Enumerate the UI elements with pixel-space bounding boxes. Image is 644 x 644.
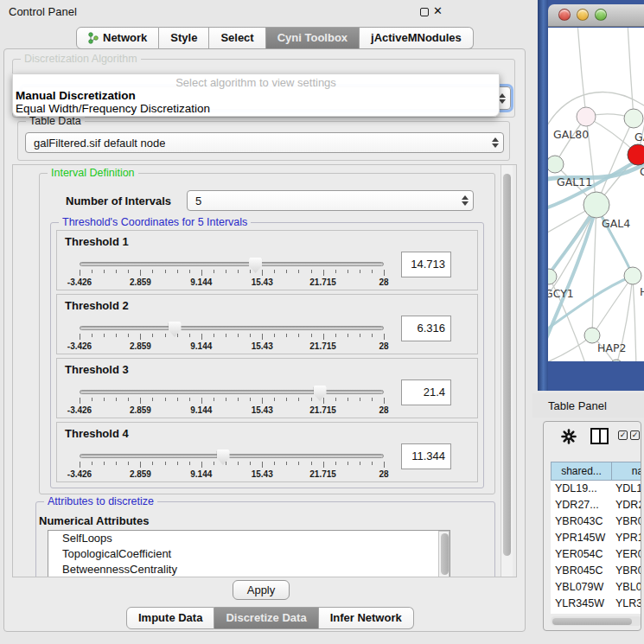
numerical-attributes-list[interactable]: SelfLoopsTopologicalCoefficientBetweenne… <box>48 530 450 577</box>
dropdown-option-equal-width-frequency-discretization[interactable]: Equal Width/Frequency Discretization <box>13 102 499 115</box>
network-node-gal11[interactable] <box>548 156 564 173</box>
settings-scrollbar-thumb[interactable] <box>503 174 511 556</box>
tick-mark <box>360 270 360 273</box>
tick-mark <box>360 334 360 337</box>
tab-select[interactable]: Select <box>209 27 265 49</box>
table-row[interactable]: YDR27...YDR2 <box>551 497 641 513</box>
node-label: GCY1 <box>548 287 574 300</box>
threshold-slider[interactable] <box>80 262 384 266</box>
tick-label: 21.715 <box>309 277 336 287</box>
numerical-attributes-label: Numerical Attributes <box>39 514 149 527</box>
threshold-value-field[interactable]: 11.344 <box>401 443 451 469</box>
threshold-value-field[interactable]: 6.316 <box>401 316 451 341</box>
split-columns-icon[interactable] <box>590 428 609 444</box>
list-item[interactable]: SelfLoops <box>48 531 450 546</box>
tab-style[interactable]: Style <box>159 27 209 49</box>
settings-scroll-area: Interval Definition Number of Intervals … <box>12 164 517 577</box>
tab-impute-data[interactable]: Impute Data <box>126 607 214 629</box>
close-icon[interactable]: ✕ <box>433 4 443 17</box>
network-window-titlebar[interactable] <box>548 4 644 27</box>
tab-jactivemnodules[interactable]: jActiveMNodules <box>360 27 474 49</box>
tick-mark <box>348 334 348 337</box>
tab-label: Cyni Toolbox <box>277 28 348 48</box>
column-header-shared-[interactable]: shared... <box>551 462 611 481</box>
table-row[interactable]: YDL19...YDL1 <box>551 481 641 497</box>
threshold-slider[interactable] <box>80 390 384 394</box>
traffic-light-zoom-icon[interactable] <box>595 9 607 21</box>
table-cell: YDR2 <box>611 497 641 513</box>
checkbox-checked-icon[interactable]: ✓ <box>630 430 640 440</box>
list-scrollbar[interactable] <box>438 531 450 577</box>
tick-mark <box>116 270 117 273</box>
list-scrollbar-thumb[interactable] <box>441 533 449 575</box>
threshold-slider[interactable] <box>80 326 384 330</box>
table-row[interactable]: YPR145WYPR1 <box>551 530 641 546</box>
table-row[interactable]: YER054CYER0 <box>551 546 641 563</box>
table-row[interactable]: YBR043CYBR0 <box>551 513 641 530</box>
traffic-light-minimize-icon[interactable] <box>577 9 589 21</box>
table-cell: YPR145W <box>551 530 611 546</box>
column-header-na[interactable]: na <box>611 462 641 481</box>
tab-cyni-toolbox[interactable]: Cyni Toolbox <box>266 27 360 49</box>
node-label: GAL4 <box>602 217 630 230</box>
tick-mark <box>372 334 373 337</box>
tick-mark <box>226 398 226 401</box>
tab-discretize-data[interactable]: Discretize Data <box>214 607 318 629</box>
dropdown-options: Manual DiscretizationEqual Width/Frequen… <box>13 89 499 115</box>
tick-label: 21.715 <box>309 341 336 351</box>
apply-button[interactable]: Apply <box>233 580 290 600</box>
threshold-panel: Threshold 4-3.4262.8599.14415.4321.71528… <box>56 422 478 482</box>
gear-icon[interactable] <box>561 429 577 444</box>
tick-mark <box>384 462 385 468</box>
list-item[interactable]: TopologicalCoefficient <box>48 546 450 562</box>
threshold-slider[interactable] <box>80 454 384 458</box>
tick-mark <box>360 462 360 465</box>
tick-mark <box>274 398 275 401</box>
list-item[interactable]: BetweennessCentrality <box>48 562 450 577</box>
table-row[interactable]: YBR045CYBR0 <box>551 563 641 579</box>
network-node-node[interactable] <box>624 267 641 284</box>
network-node-gal80[interactable] <box>577 107 596 126</box>
tick-mark <box>92 398 92 401</box>
network-edge <box>577 28 586 117</box>
tab-network[interactable]: Network <box>76 27 159 49</box>
settings-scrollbar[interactable] <box>501 165 513 577</box>
table-hscrollbar-thumb[interactable] <box>552 618 632 625</box>
table-row[interactable]: YIL052CYIL0 <box>551 612 641 614</box>
number-of-intervals-label: Number of Intervals <box>66 194 171 207</box>
tick-mark <box>177 398 178 401</box>
network-node-gcy1[interactable] <box>548 269 557 284</box>
table-horizontal-scrollbar[interactable] <box>551 616 641 626</box>
threshold-value-field[interactable]: 21.4 <box>401 379 451 405</box>
table-data-selected-value: galFiltered.sif default node <box>34 137 165 150</box>
threshold-value-field[interactable]: 14.713 <box>401 252 451 277</box>
tick-mark <box>177 334 178 337</box>
network-node-node[interactable] <box>624 109 643 128</box>
table-row[interactable]: YLR345WYLR3 <box>551 596 641 612</box>
float-window-icon[interactable] <box>420 8 429 16</box>
tick-label: -3.426 <box>67 277 92 287</box>
table-panel-bar: Table Panel <box>532 393 644 418</box>
network-view[interactable]: GAL80GACGAL11GAL4GCY1HHAP2 <box>548 28 644 361</box>
table-cell: YER0 <box>611 546 641 563</box>
checkbox-checked-icon[interactable]: ✓ <box>618 430 628 440</box>
number-of-intervals-combobox[interactable]: 5 <box>187 190 474 211</box>
tab-infer-network[interactable]: Infer Network <box>319 607 414 629</box>
tick-mark <box>201 270 202 276</box>
table-data-combobox[interactable]: galFiltered.sif default node <box>25 132 504 153</box>
tick-mark <box>214 398 214 401</box>
tab-label: Network <box>103 28 147 48</box>
traffic-light-close-icon[interactable] <box>558 9 571 21</box>
table-row[interactable]: YBL079WYBL0 <box>551 579 641 596</box>
network-node-gal4[interactable] <box>583 192 609 218</box>
dropdown-option-manual-discretization[interactable]: Manual Discretization <box>13 89 499 102</box>
network-node-red-node[interactable] <box>628 144 644 165</box>
tick-mark <box>335 334 336 337</box>
tick-mark <box>80 462 80 468</box>
table-cell: YER054C <box>551 546 611 563</box>
tick-mark <box>238 270 239 273</box>
threshold-panel: Threshold 3-3.4262.8599.14415.4321.71528… <box>56 358 478 418</box>
node-attribute-table[interactable]: shared...na YDL19...YDL1YDR27...YDR2YBR0… <box>551 462 641 614</box>
tick-mark <box>214 334 214 337</box>
tick-mark <box>116 334 117 337</box>
